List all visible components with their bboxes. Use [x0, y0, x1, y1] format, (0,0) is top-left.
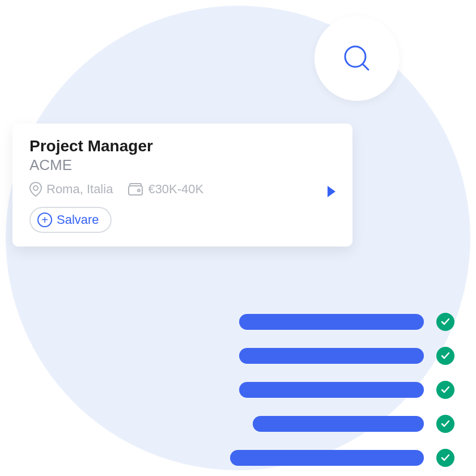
check-icon [436, 381, 454, 399]
arrow-right-icon[interactable] [328, 186, 335, 197]
svg-line-1 [363, 65, 368, 70]
svg-point-0 [345, 46, 366, 67]
job-location: Roma, Italia [29, 182, 113, 197]
list-item [239, 449, 454, 467]
list-item [239, 313, 454, 331]
bar-placeholder [239, 382, 424, 398]
job-meta: Roma, Italia €30K-40K [29, 182, 335, 197]
job-card[interactable]: Project Manager ACME Roma, Italia €30K-4… [12, 124, 352, 246]
check-icon [436, 347, 454, 365]
save-button[interactable]: + Salvare [29, 207, 112, 233]
check-icon [436, 313, 454, 331]
check-icon [436, 415, 454, 433]
job-title: Project Manager [29, 137, 335, 155]
job-salary-text: €30K-40K [148, 182, 203, 197]
bar-placeholder [239, 314, 424, 330]
list-item [239, 347, 454, 365]
location-icon [29, 182, 42, 197]
list-item [239, 415, 454, 433]
list-item [239, 381, 454, 399]
search-button[interactable] [314, 16, 400, 101]
svg-point-4 [138, 189, 140, 192]
bar-placeholder [253, 416, 424, 432]
plus-icon: + [37, 212, 52, 227]
wallet-icon [128, 182, 143, 196]
checklist [239, 313, 454, 467]
search-icon [341, 42, 373, 74]
bar-placeholder [230, 450, 424, 466]
job-location-text: Roma, Italia [46, 182, 113, 197]
svg-point-2 [33, 186, 38, 190]
job-company: ACME [29, 156, 335, 174]
job-salary: €30K-40K [128, 182, 203, 197]
save-button-label: Salvare [57, 212, 99, 227]
check-icon [436, 449, 454, 467]
bar-placeholder [239, 348, 424, 364]
